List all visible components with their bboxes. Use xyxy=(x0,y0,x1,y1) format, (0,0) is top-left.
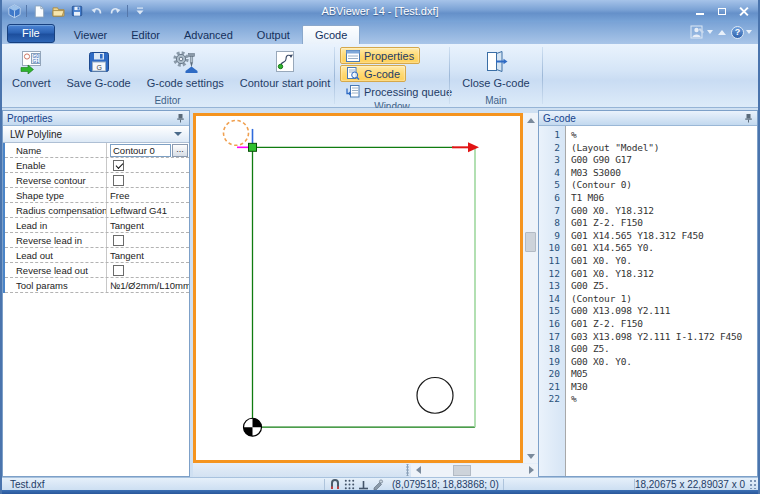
save-gcode-button[interactable]: G Save G-code xyxy=(59,46,139,95)
property-label: Reverse contour xyxy=(5,175,106,186)
processing-queue-button[interactable]: Processing queue xyxy=(340,83,458,100)
ribbon-group-window: Properties G-code xyxy=(336,44,448,107)
properties-panel-title: Properties xyxy=(7,113,53,124)
convert-label: Convert xyxy=(12,77,51,89)
divider xyxy=(503,479,504,490)
gcode-line: 3G00 G90 G17 xyxy=(539,154,757,167)
pin-button[interactable] xyxy=(176,113,185,123)
save-file-icon[interactable] xyxy=(69,3,85,19)
gcode-line: 5(Contour 0) xyxy=(539,179,757,192)
gcode-line: 14(Contour 1) xyxy=(539,293,757,306)
snap-magnet-icon[interactable] xyxy=(329,479,341,490)
undo-icon[interactable] xyxy=(88,3,104,19)
gcode-line: 7G00 X0. Y18.312 xyxy=(539,205,757,218)
ellipsis-button[interactable]: ... xyxy=(172,144,188,157)
ribbon-separator xyxy=(334,47,335,104)
tab-advanced[interactable]: Advanced xyxy=(172,26,245,44)
horizontal-scroll-track[interactable] xyxy=(425,464,524,477)
splitter-handle[interactable] xyxy=(404,464,411,476)
app-logo-icon[interactable] xyxy=(6,3,22,19)
origin-quadrant-ne xyxy=(253,418,262,427)
tab-output[interactable]: Output xyxy=(245,26,302,44)
redo-icon[interactable] xyxy=(107,3,123,19)
window-frame-bottom xyxy=(2,490,758,494)
property-value[interactable]: Free xyxy=(106,188,189,202)
checkbox[interactable] xyxy=(113,265,124,276)
resize-grip[interactable] xyxy=(749,479,757,489)
tab-viewer[interactable]: Viewer xyxy=(62,26,119,44)
pin-icon xyxy=(176,113,185,123)
gcode-text: T1 M06 xyxy=(565,192,604,205)
properties-toggle-button[interactable]: Properties xyxy=(340,47,420,64)
help-button[interactable]: ? xyxy=(731,26,752,39)
scroll-right-button[interactable] xyxy=(524,466,538,474)
scroll-left-button[interactable] xyxy=(411,466,425,474)
contour-start-point-icon xyxy=(273,50,297,74)
line-number: 17 xyxy=(539,331,565,344)
contour-start-point-button[interactable]: Contour start point xyxy=(232,46,339,95)
convert-button[interactable]: G0 G1 Convert xyxy=(4,46,59,95)
open-file-icon[interactable] xyxy=(50,3,66,19)
gcode-editor[interactable]: 1%2(Layout "Model")3G00 G90 G174M03 S300… xyxy=(539,126,757,476)
horizontal-scroll-thumb[interactable] xyxy=(453,465,471,476)
checkbox[interactable] xyxy=(113,235,124,246)
tab-gcode[interactable]: Gcode xyxy=(302,25,360,44)
property-value[interactable]: №1/Ø2mm/L10mm xyxy=(106,278,189,292)
scroll-down-button[interactable] xyxy=(523,449,538,463)
start-point-marker[interactable] xyxy=(249,143,257,151)
gcode-line: 1% xyxy=(539,129,757,142)
vertical-scroll-track[interactable] xyxy=(523,127,538,449)
gcode-text: G00 X13.098 Y2.111 xyxy=(565,305,670,318)
gcode-panel: G-code 1%2(Layout "Model")3G00 G90 G174M… xyxy=(538,110,758,477)
checkbox[interactable] xyxy=(113,160,124,171)
property-value[interactable]: Tangent xyxy=(106,248,189,262)
maximize-icon xyxy=(718,8,726,15)
scroll-up-button[interactable] xyxy=(523,113,538,127)
drawing-canvas[interactable] xyxy=(193,113,523,463)
gcode-text: G00 X0. Y18.312 xyxy=(565,205,654,218)
qat-menu-icon[interactable] xyxy=(132,3,148,19)
gcode-text: G01 X0. Y18.312 xyxy=(565,268,654,281)
gcode-text: G01 Z-2. F150 xyxy=(565,318,643,331)
line-number: 1 xyxy=(539,129,565,142)
gcode-text: G01 X0. Y0. xyxy=(565,255,632,268)
gcode-line: 21M30 xyxy=(539,381,757,394)
tab-file[interactable]: File xyxy=(7,24,55,43)
property-value[interactable]: Tangent xyxy=(106,218,189,232)
gcode-line: 18G00 Z5. xyxy=(539,343,757,356)
checkbox[interactable] xyxy=(113,175,124,186)
user-account-button[interactable] xyxy=(690,25,713,39)
line-number: 8 xyxy=(539,217,565,230)
caret-down-icon xyxy=(746,30,752,34)
draw-style-icon[interactable] xyxy=(372,479,384,490)
pin-button[interactable] xyxy=(744,113,753,123)
gcode-toggle-button[interactable]: G-code xyxy=(340,65,406,82)
line-number: 9 xyxy=(539,230,565,243)
name-input[interactable]: Contour 0 xyxy=(110,144,171,157)
horizontal-scrollbar[interactable] xyxy=(411,464,538,477)
line-number: 10 xyxy=(539,242,565,255)
new-file-icon[interactable] xyxy=(31,3,47,19)
grid-icon[interactable] xyxy=(344,479,355,490)
close-gcode-button[interactable]: Close G-code xyxy=(454,46,537,95)
gcode-text: G01 Z-2. F150 xyxy=(565,217,643,230)
property-value[interactable]: Leftward G41 xyxy=(106,203,189,217)
line-number: 11 xyxy=(539,255,565,268)
property-row: Lead inTangent xyxy=(5,218,189,233)
maximize-button[interactable] xyxy=(712,4,731,19)
ribbon-group-editor: G0 G1 Convert G Save G-code xyxy=(2,44,333,107)
gcode-text: G01 X14.565 Y18.312 F450 xyxy=(565,230,703,243)
close-gcode-label: Close G-code xyxy=(462,77,529,89)
gcode-panel-title: G-code xyxy=(543,113,576,124)
vertical-scroll-thumb[interactable] xyxy=(525,232,536,252)
vertical-scrollbar[interactable] xyxy=(523,113,538,463)
close-button[interactable] xyxy=(734,4,753,19)
line-number: 19 xyxy=(539,356,565,369)
tab-editor[interactable]: Editor xyxy=(119,26,172,44)
entity-type-dropdown[interactable]: LW Polyline xyxy=(3,126,189,143)
minimize-button[interactable] xyxy=(690,4,709,19)
gcode-settings-button[interactable]: G-code settings xyxy=(139,46,232,95)
collapse-ribbon-button[interactable] xyxy=(718,30,726,35)
gcode-line: 6T1 M06 xyxy=(539,192,757,205)
ortho-icon[interactable] xyxy=(358,479,369,490)
